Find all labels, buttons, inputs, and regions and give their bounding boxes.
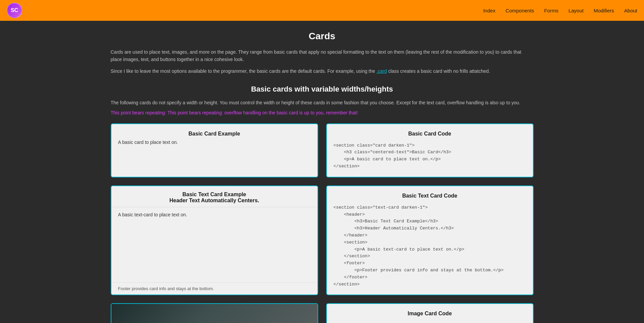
nav-components[interactable]: Components bbox=[505, 8, 534, 13]
text-card-row: Basic Text Card Example Header Text Auto… bbox=[111, 185, 534, 295]
basic-card-text: A basic card to place text on. bbox=[118, 140, 311, 145]
logo-text: SC bbox=[11, 7, 18, 13]
nav-about[interactable]: About bbox=[624, 8, 637, 13]
image-card-code: Image Card Code bbox=[326, 303, 534, 323]
nav-forms[interactable]: Forms bbox=[544, 8, 558, 13]
card-class-highlight: .card bbox=[377, 68, 387, 74]
nav-index[interactable]: Index bbox=[483, 8, 496, 13]
desc2-prefix: Since I like to leave the most options a… bbox=[111, 68, 377, 74]
basic-card-title: Basic Card Example bbox=[118, 131, 311, 137]
text-card-code-title: Basic Text Card Code bbox=[334, 193, 526, 199]
image-card-code-title: Image Card Code bbox=[334, 311, 526, 317]
basic-card-code: Basic Card Code <section class="card dar… bbox=[326, 123, 534, 177]
text-card-header: Basic Text Card Example Header Text Auto… bbox=[111, 186, 317, 207]
text-card-body: A basic text-card to place text on. bbox=[111, 207, 317, 283]
overflow-note-text: This point bears repeating: overflow han… bbox=[167, 110, 358, 115]
overflow-note: This point bears repeating: This point b… bbox=[111, 110, 534, 115]
page-description-1: Cards are used to place text, images, an… bbox=[111, 48, 534, 63]
text-card-code-block: <section class="text-card darken-1"> <he… bbox=[334, 204, 526, 288]
image-card-img bbox=[111, 304, 317, 323]
basic-card-code-block: <section class="card darken-1"> <h3 clas… bbox=[334, 142, 526, 170]
nav-modifiers[interactable]: Modifiers bbox=[594, 8, 614, 13]
text-card-code: Basic Text Card Code <section class="tex… bbox=[326, 185, 534, 295]
page-title: Cards bbox=[111, 31, 534, 42]
main-content: Cards Cards are used to place text, imag… bbox=[104, 21, 540, 323]
basic-card-example: Basic Card Example A basic card to place… bbox=[111, 123, 318, 177]
navbar: SC Index Components Forms Layout Modifie… bbox=[0, 0, 644, 21]
navbar-links: Index Components Forms Layout Modifiers … bbox=[483, 8, 637, 13]
page-description-2: Since I like to leave the most options a… bbox=[111, 67, 534, 75]
image-card-row: Image Card Code bbox=[111, 303, 534, 323]
text-card-footer: Footer provides card info and stays at t… bbox=[111, 282, 317, 294]
nav-layout[interactable]: Layout bbox=[568, 8, 584, 13]
logo[interactable]: SC bbox=[7, 3, 22, 18]
section-title: Basic cards with variable widths/heights bbox=[111, 85, 534, 94]
basic-card-code-title: Basic Card Code bbox=[334, 131, 526, 137]
desc2-suffix: class creates a basic card with no frill… bbox=[387, 68, 490, 74]
text-card-example: Basic Text Card Example Header Text Auto… bbox=[111, 185, 318, 295]
text-card-title2: Header Text Automatically Centers. bbox=[118, 198, 311, 204]
section-description: The following cards do not specify a wid… bbox=[111, 99, 534, 106]
text-card-title1: Basic Text Card Example bbox=[118, 192, 311, 198]
image-card-example bbox=[111, 303, 318, 323]
basic-card-row: Basic Card Example A basic card to place… bbox=[111, 123, 534, 177]
